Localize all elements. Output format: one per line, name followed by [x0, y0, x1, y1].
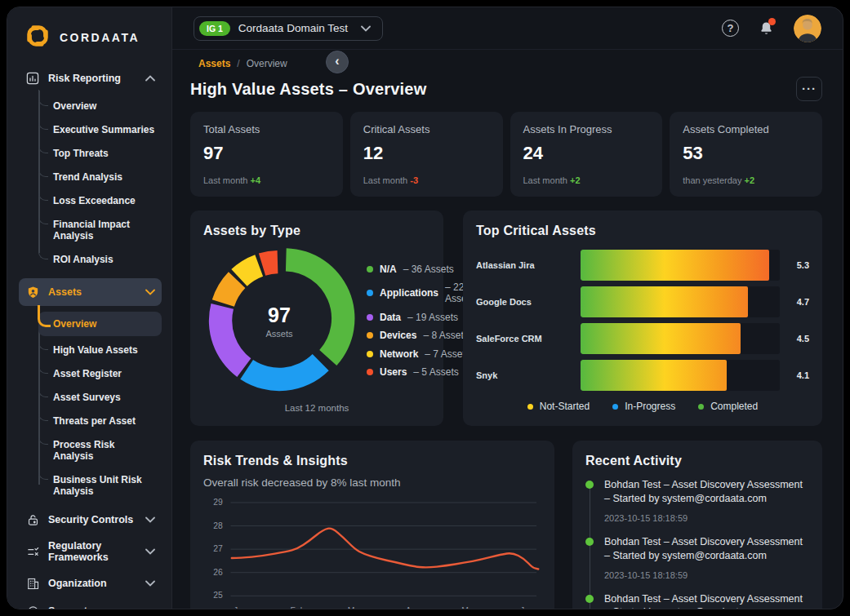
bar-label: SaleForce CRM [476, 334, 581, 343]
chart-period-label: Last 12 months [203, 403, 430, 413]
notification-dot [768, 18, 776, 25]
activity-item: Bohdan Test – Asset Discovery Assessment… [585, 478, 809, 535]
domain-badge: IG 1 [199, 21, 230, 36]
chevron-down-icon [145, 516, 155, 523]
lock-icon [25, 512, 40, 527]
bar-value: 4.7 [780, 297, 809, 307]
help-icon[interactable]: ? [722, 20, 739, 37]
chevron-down-icon [145, 289, 155, 295]
stat-card-assets-completed: Assets Completed 53 than yesterday +2 [670, 112, 822, 197]
legend-dot [367, 314, 373, 321]
stat-delta: +2 [744, 175, 754, 185]
assets-by-type-panel: Assets by Type 97 Assets N/A– 36 Assets … [190, 211, 443, 426]
svg-text:May: May [461, 606, 478, 609]
activity-text: Bohdan Test – Asset Discovery Assessment… [604, 535, 809, 563]
svg-text:Apr: Apr [406, 606, 420, 609]
sidebar-item-label: Risk Reporting [48, 73, 137, 84]
legend-dot [527, 404, 533, 410]
sidebar-item-label: Assets [48, 286, 137, 298]
svg-text:Jun: Jun [520, 606, 534, 609]
bar-chart-icon [25, 71, 40, 86]
app-window: CORDAATA Risk Reporting Overview Executi… [7, 7, 843, 609]
stat-value: 97 [203, 143, 330, 164]
sidebar-item-label: Support [48, 605, 155, 609]
sidebar-item-asset-register[interactable]: Asset Register [38, 361, 162, 385]
stat-label: Critical Assets [363, 123, 490, 135]
svg-text:25: 25 [213, 591, 223, 600]
svg-text:Jan: Jan [234, 606, 247, 609]
stat-delta: -3 [410, 175, 418, 185]
sidebar-item-business-unit-risk-analysis[interactable]: Business Unit Risk Analysis [38, 468, 162, 503]
brand: CORDAATA [19, 19, 162, 64]
sidebar-item-process-risk-analysis[interactable]: Process Risk Analysis [38, 432, 162, 468]
critical-asset-bar-fill [581, 323, 741, 354]
bar-track [581, 360, 780, 391]
sidebar-item-loss-exceedance[interactable]: Loss Exceedance [38, 188, 162, 212]
sidebar-item-regulatory-frameworks[interactable]: Regulatory Frameworks [19, 534, 162, 569]
sidebar-item-rr-overview[interactable]: Overview [38, 94, 162, 117]
svg-text:Mar: Mar [348, 606, 363, 609]
sidebar-item-risk-reporting[interactable]: Risk Reporting [19, 64, 162, 92]
sidebar-item-high-value-assets[interactable]: High Value Assets [38, 338, 162, 361]
sidebar-item-trend-analysis[interactable]: Trend Analysis [38, 165, 162, 188]
legend-dot [367, 290, 373, 296]
stat-value: 12 [363, 143, 490, 164]
sidebar-item-executive-summaries[interactable]: Executive Summaries [38, 117, 162, 141]
critical-assets-bar-chart: Atlassian Jira 5.3 Google Docs 4.7 SaleF… [476, 250, 809, 391]
main-area: ‹ IG 1 Cordaata Domain Test ? Assets [172, 7, 843, 609]
user-avatar[interactable] [794, 15, 821, 42]
bar-label: Atlassian Jira [476, 260, 581, 270]
bar-track [581, 286, 780, 317]
sidebar-item-assets-overview[interactable]: Overview [38, 312, 162, 336]
legend-item: Applications– 22 Assets [367, 281, 474, 304]
svg-text:28: 28 [213, 521, 223, 530]
shield-user-icon [25, 285, 40, 299]
breadcrumb-overview-link[interactable]: Overview [247, 58, 287, 69]
sidebar-item-security-controls[interactable]: Security Controls [19, 506, 162, 534]
sidebar-item-financial-impact-analysis[interactable]: Financial Impact Analysis [38, 212, 162, 247]
sidebar: CORDAATA Risk Reporting Overview Executi… [7, 7, 172, 609]
domain-selector[interactable]: IG 1 Cordaata Domain Test [194, 16, 383, 41]
building-icon [25, 576, 40, 591]
sidebar-item-label: Oganization [48, 578, 137, 589]
sidebar-item-organization[interactable]: Oganization [19, 569, 162, 597]
activity-timestamp: 2023-10-15 18:18:59 [604, 570, 809, 580]
ellipsis-menu-button[interactable]: ··· [796, 77, 822, 101]
breadcrumb-assets-link[interactable]: Assets [198, 58, 230, 69]
stat-card-assets-in-progress: Assets In Progress 24 Last month +2 [510, 112, 663, 197]
sidebar-item-threats-per-asset[interactable]: Threats per Asset [38, 409, 162, 432]
stat-cards: Total Assets 97 Last month +4 Critical A… [190, 112, 822, 197]
sidebar-item-asset-surveys[interactable]: Asset Surveys [38, 385, 162, 409]
legend-item: N/A– 36 Assets [367, 264, 474, 275]
notifications-bell-icon[interactable] [759, 20, 774, 37]
activity-timeline: Bohdan Test – Asset Discovery Assessment… [585, 478, 809, 609]
sidebar-collapse-button[interactable]: ‹ [326, 51, 349, 73]
bar-value: 4.5 [780, 334, 809, 343]
sidebar-item-top-threats[interactable]: Top Threats [38, 141, 162, 165]
trend-subtitle: Overall risk decreased by 8% last month [203, 476, 541, 489]
legend-item: Devices– 8 Assets [367, 330, 474, 341]
stat-sub-label: Last month [523, 175, 567, 185]
activity-status-dot [585, 481, 594, 489]
sidebar-item-roi-analysis[interactable]: ROI Analysis [38, 247, 162, 271]
sidebar-item-assets[interactable]: Assets [19, 278, 162, 306]
legend-dot [367, 266, 373, 273]
risk-reporting-subnav: Overview Executive Summaries Top Threats… [38, 94, 162, 271]
svg-text:26: 26 [213, 568, 223, 577]
legend-dot [367, 332, 373, 339]
headset-icon [25, 604, 40, 609]
donut-total: 97 [265, 304, 292, 327]
legend-item: Network– 7 Assets [367, 348, 474, 360]
svg-text:27: 27 [213, 544, 223, 553]
bar-row: Google Docs 4.7 [476, 286, 809, 317]
critical-asset-bar-fill [581, 250, 769, 281]
critical-asset-bar-fill [581, 286, 748, 317]
risk-trends-panel: Risk Trends & Insights Overall risk decr… [190, 441, 554, 609]
legend-dot [367, 351, 373, 357]
legend-dot [698, 404, 704, 410]
sidebar-item-support[interactable]: Support [19, 597, 162, 609]
stat-sub-label: than yesterday [683, 175, 741, 185]
breadcrumb-separator: / [237, 58, 239, 69]
stat-label: Assets Completed [683, 123, 809, 135]
activity-status-dot [585, 595, 594, 603]
